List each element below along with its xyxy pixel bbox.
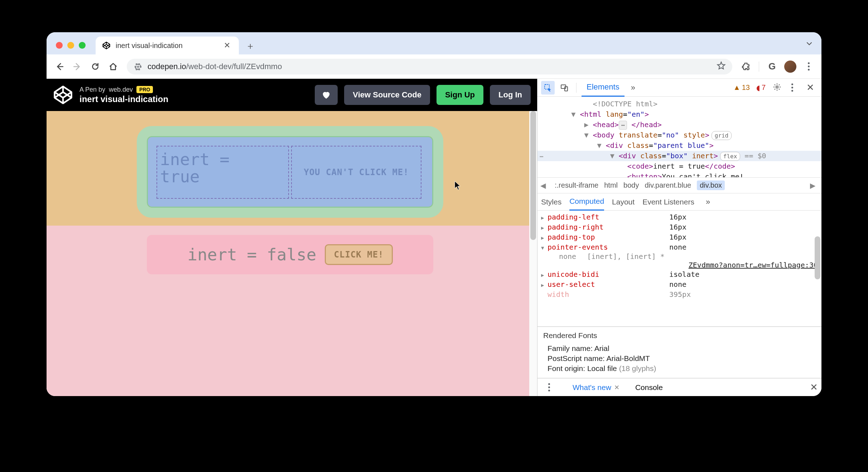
computed-trace-link[interactable]: ZEvdmmo?anon=tr…ew=fullpage:30 xyxy=(541,261,818,269)
home-button[interactable] xyxy=(105,59,121,74)
fullscreen-window-button[interactable] xyxy=(79,42,86,49)
url-input[interactable]: codepen.io/web-dot-dev/full/ZEvdmmo xyxy=(127,59,732,74)
devtools-highlight-button: YOU CAN'T CLICK ME! xyxy=(291,146,421,199)
view-source-button[interactable]: View Source Code xyxy=(344,85,430,105)
computed-trace[interactable]: none[inert], [inert] * xyxy=(541,252,818,261)
close-icon[interactable]: ✕ xyxy=(614,384,619,391)
devtools-settings-button[interactable] xyxy=(773,83,781,93)
url-text: codepen.io/web-dot-dev/full/ZEvdmmo xyxy=(148,62,282,71)
device-toolbar-button[interactable] xyxy=(558,81,571,95)
browser-tab[interactable]: inert visual-indication ✕ xyxy=(96,37,239,54)
pen-title: inert visual-indication xyxy=(79,94,168,104)
page-scrollbar-thumb[interactable] xyxy=(530,111,536,240)
crumbs-scroll-right[interactable]: ▶ xyxy=(810,181,819,190)
computed-row[interactable]: pointer-eventsnone xyxy=(541,242,818,252)
svg-point-3 xyxy=(776,86,778,88)
page: A Pen by web.dev PRO inert visual-indica… xyxy=(47,79,537,396)
crumb-iframe[interactable]: :.result-iframe xyxy=(555,181,598,189)
pro-badge: PRO xyxy=(136,86,153,93)
dom-div-box-selected[interactable]: ⋯ ▼ <div class="box" inert>flex == $0 xyxy=(537,151,821,161)
drawer-close-button[interactable]: ✕ xyxy=(810,382,818,393)
new-tab-button[interactable]: ＋ xyxy=(243,39,257,53)
inspect-element-button[interactable] xyxy=(541,81,555,95)
inert-true-label: inert = true xyxy=(160,151,230,186)
breadcrumb: ◀ :.result-iframe html body div.parent.b… xyxy=(537,178,821,193)
dom-code[interactable]: <code>inert = true</code> xyxy=(537,161,821,172)
crumb-html[interactable]: html xyxy=(604,181,618,189)
close-window-button[interactable] xyxy=(56,42,63,49)
window-controls xyxy=(47,42,86,54)
styles-tab[interactable]: Styles xyxy=(541,198,561,206)
devtools-scrollbar-thumb[interactable] xyxy=(815,236,820,279)
styles-tabs-overflow[interactable]: » xyxy=(702,197,714,207)
reload-button[interactable] xyxy=(87,59,103,74)
inert-true-button: YOU CAN'T CLICK ME! xyxy=(296,167,416,177)
extensions-icon[interactable] xyxy=(738,59,754,74)
inert-false-button[interactable]: CLICK ME! xyxy=(325,244,392,265)
elements-tree[interactable]: <!DOCTYPE html> ▼ <html lang="en"> ▶ <he… xyxy=(537,97,821,178)
codepen-favicon-icon xyxy=(102,41,111,50)
devtools-drawer: What's new ✕ Console ✕ xyxy=(537,378,821,396)
drawer-menu-button[interactable] xyxy=(541,380,557,395)
google-account-icon[interactable]: G xyxy=(764,61,780,72)
bookmark-star-icon[interactable] xyxy=(717,61,726,72)
browser-menu-button[interactable] xyxy=(801,59,816,74)
forward-button[interactable] xyxy=(69,59,85,74)
devtools-close-button[interactable]: ✕ xyxy=(803,82,818,93)
crumbs-scroll-left[interactable]: ◀ xyxy=(540,181,549,190)
computed-row[interactable]: width395px xyxy=(541,289,818,299)
browser-window: inert visual-indication ✕ ＋ codepen.io/w… xyxy=(47,32,821,396)
minimize-window-button[interactable] xyxy=(67,42,74,49)
back-button[interactable] xyxy=(52,59,67,74)
font-family-row: Family name: Arial xyxy=(543,343,816,353)
computed-row[interactable]: unicode-bidiisolate xyxy=(541,269,818,279)
computed-row[interactable]: padding-top16px xyxy=(541,232,818,242)
tab-overflow-button[interactable] xyxy=(802,37,816,51)
crumb-parent[interactable]: div.parent.blue xyxy=(645,181,691,189)
codepen-logo-icon[interactable] xyxy=(53,85,73,105)
layout-tab[interactable]: Layout xyxy=(612,198,635,206)
inert-true-box: YOU CAN'T CLICK ME! inert = true xyxy=(147,136,433,208)
byline-prefix: A Pen by xyxy=(79,86,105,93)
devtools-menu-button[interactable] xyxy=(784,80,800,96)
dom-html[interactable]: ▼ <html lang="en"> xyxy=(537,109,821,120)
page-scrollbar-track xyxy=(529,111,537,396)
devtools-panel: Elements » ▲ 13 ◖7 ✕ <!DOCTYPE html> ▼ <… xyxy=(537,79,821,396)
computed-panel[interactable]: padding-left16px padding-right16px paddi… xyxy=(537,211,821,327)
computed-row[interactable]: padding-right16px xyxy=(541,222,818,232)
result-iframe: YOU CAN'T CLICK ME! inert = true inert =… xyxy=(47,111,537,396)
dom-head[interactable]: ▶ <head>⋯ </head> xyxy=(537,120,821,130)
tabs-overflow-button[interactable]: » xyxy=(627,83,639,92)
dom-button[interactable]: <button>You can't click me! xyxy=(537,172,821,178)
site-settings-icon[interactable] xyxy=(133,62,143,71)
dom-div-parent[interactable]: ▼ <div class="parent blue"> xyxy=(537,140,821,151)
computed-tab[interactable]: Computed xyxy=(569,193,604,211)
tab-close-button[interactable]: ✕ xyxy=(222,41,232,50)
inert-false-box: inert = false CLICK ME! xyxy=(147,235,433,274)
mouse-cursor-icon xyxy=(454,180,461,193)
event-listeners-tab[interactable]: Event Listeners xyxy=(642,198,694,206)
pen-byline: A Pen by web.dev PRO xyxy=(79,86,168,93)
elements-tab[interactable]: Elements xyxy=(582,79,625,97)
profile-avatar[interactable] xyxy=(784,61,796,73)
rendered-fonts-header: Rendered Fonts xyxy=(543,331,816,343)
warnings-badge[interactable]: ▲ 13 xyxy=(733,83,750,92)
errors-badge[interactable]: ◖7 xyxy=(756,83,766,92)
log-in-button[interactable]: Log In xyxy=(490,85,531,105)
dom-body[interactable]: ▼ <body translate="no" style>grid xyxy=(537,130,821,140)
byline-author[interactable]: web.dev xyxy=(109,86,133,93)
love-button[interactable] xyxy=(315,85,338,105)
tab-strip: inert visual-indication ✕ ＋ xyxy=(47,32,821,54)
font-postscript-row: PostScript name: Arial-BoldMT xyxy=(543,353,816,363)
pen-meta: A Pen by web.dev PRO inert visual-indica… xyxy=(79,86,168,104)
crumb-box[interactable]: div.box xyxy=(697,180,725,190)
console-tab[interactable]: Console xyxy=(635,383,663,392)
sign-up-button[interactable]: Sign Up xyxy=(437,85,483,105)
rendered-fonts-panel: Rendered Fonts Family name: Arial PostSc… xyxy=(537,327,821,378)
computed-row[interactable]: padding-left16px xyxy=(541,212,818,222)
dom-doctype[interactable]: <!DOCTYPE html> xyxy=(537,99,821,109)
computed-row[interactable]: user-selectnone xyxy=(541,279,818,289)
crumb-body[interactable]: body xyxy=(623,181,639,189)
whats-new-tab[interactable]: What's new ✕ xyxy=(573,383,619,392)
tab-title: inert visual-indication xyxy=(116,42,183,50)
